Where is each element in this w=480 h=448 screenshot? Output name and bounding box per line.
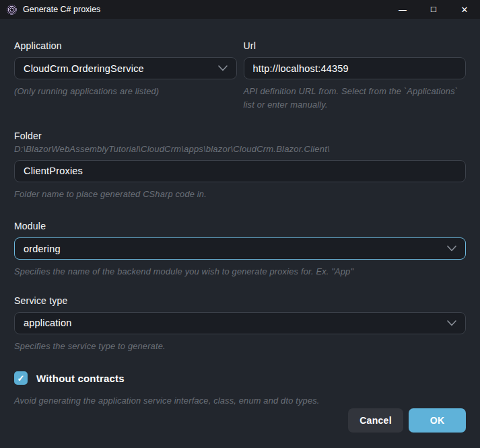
- titlebar: Generate C# proxies — ☐ ✕: [0, 0, 480, 19]
- url-helper: API definition URL from. Select from the…: [244, 85, 467, 112]
- chevron-down-icon: [218, 65, 228, 71]
- ok-button[interactable]: OK: [409, 408, 466, 433]
- url-field-group: Url API definition URL from. Select from…: [244, 40, 467, 112]
- application-helper: (Only running applications are listed): [14, 85, 237, 98]
- without-contracts-row: ✓ Without contracts: [14, 371, 466, 385]
- module-select[interactable]: ordering: [14, 237, 466, 260]
- folder-path: D:\BlazorWebAssemblyTutorial\CloudCrm\ap…: [14, 144, 466, 154]
- module-label: Module: [14, 221, 466, 231]
- window-controls: — ☐ ✕: [387, 0, 480, 19]
- chevron-down-icon: [447, 246, 456, 252]
- application-url-row: Application CloudCrm.OrderingService (On…: [14, 40, 466, 112]
- module-helper: Specifies the name of the backend module…: [14, 265, 466, 278]
- window-title: Generate C# proxies: [23, 5, 100, 14]
- chevron-down-icon: [447, 320, 456, 326]
- service-type-helper: Specifies the service type to generate.: [14, 340, 466, 353]
- minimize-button[interactable]: —: [387, 0, 418, 19]
- url-input[interactable]: [244, 57, 467, 79]
- without-contracts-checkbox[interactable]: ✓: [14, 371, 28, 385]
- application-select-value: CloudCrm.OrderingService: [24, 63, 144, 74]
- module-select-value: ordering: [24, 244, 61, 254]
- application-field-group: Application CloudCrm.OrderingService (On…: [14, 40, 237, 112]
- without-contracts-group: ✓ Without contracts Avoid generating the…: [14, 371, 466, 408]
- application-select[interactable]: CloudCrm.OrderingService: [14, 57, 237, 79]
- generate-proxies-dialog: Generate C# proxies — ☐ ✕ Application Cl…: [0, 0, 480, 448]
- service-type-label: Service type: [14, 295, 466, 306]
- close-button[interactable]: ✕: [449, 0, 480, 19]
- url-label: Url: [244, 40, 467, 51]
- module-field-group: Module ordering Specifies the name of th…: [14, 221, 466, 278]
- service-type-select-value: application: [24, 318, 72, 328]
- app-logo-icon: [7, 5, 17, 15]
- folder-input[interactable]: [14, 160, 466, 182]
- folder-helper: Folder name to place generated CSharp co…: [14, 188, 466, 201]
- folder-field-group: Folder D:\BlazorWebAssemblyTutorial\Clou…: [14, 130, 466, 201]
- maximize-button[interactable]: ☐: [418, 0, 449, 19]
- cancel-button[interactable]: Cancel: [348, 408, 403, 433]
- application-label: Application: [14, 40, 237, 51]
- service-type-field-group: Service type application Specifies the s…: [14, 295, 466, 353]
- service-type-select[interactable]: application: [14, 312, 466, 334]
- without-contracts-helper: Avoid generating the application service…: [14, 394, 466, 408]
- dialog-footer: Cancel OK: [0, 408, 480, 448]
- folder-label: Folder: [14, 130, 466, 141]
- dialog-body: Application CloudCrm.OrderingService (On…: [0, 19, 480, 408]
- without-contracts-label[interactable]: Without contracts: [36, 373, 125, 384]
